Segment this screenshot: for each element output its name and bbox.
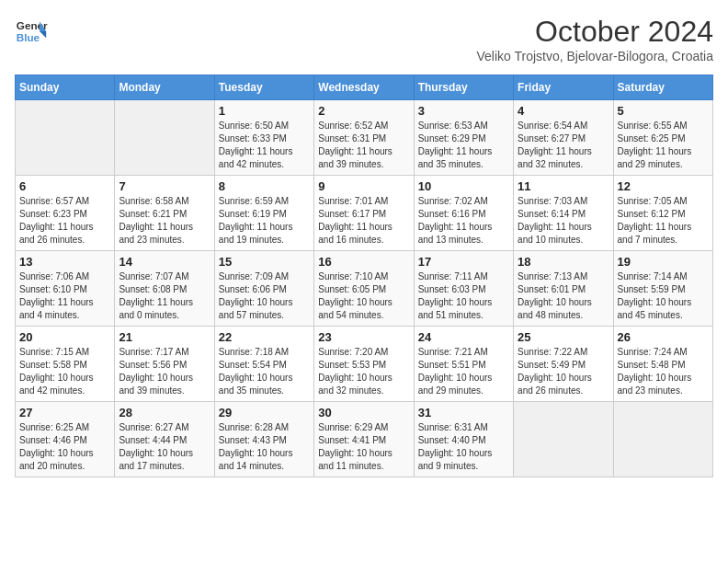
weekday-header-friday: Friday: [514, 75, 613, 100]
calendar-cell: 31Sunrise: 6:31 AMSunset: 4:40 PMDayligh…: [414, 402, 513, 477]
day-detail: Sunrise: 6:28 AMSunset: 4:43 PMDaylight:…: [219, 421, 310, 473]
weekday-header-sunday: Sunday: [16, 75, 115, 100]
day-detail: Sunrise: 7:21 AMSunset: 5:51 PMDaylight:…: [418, 346, 509, 397]
calendar-cell: 16Sunrise: 7:10 AMSunset: 6:05 PMDayligh…: [314, 251, 414, 327]
day-number: 16: [318, 255, 409, 269]
calendar-cell: 21Sunrise: 7:17 AMSunset: 5:56 PMDayligh…: [115, 327, 214, 402]
day-detail: Sunrise: 7:13 AMSunset: 6:01 PMDaylight:…: [518, 270, 609, 322]
calendar-cell: 15Sunrise: 7:09 AMSunset: 6:06 PMDayligh…: [214, 251, 313, 327]
day-detail: Sunrise: 6:50 AMSunset: 6:33 PMDaylight:…: [219, 120, 310, 171]
calendar-cell: 13Sunrise: 7:06 AMSunset: 6:10 PMDayligh…: [16, 251, 115, 327]
calendar-cell: 22Sunrise: 7:18 AMSunset: 5:54 PMDayligh…: [214, 327, 313, 402]
calendar-cell: 8Sunrise: 6:59 AMSunset: 6:19 PMDaylight…: [214, 176, 313, 251]
day-number: 26: [618, 330, 709, 344]
day-detail: Sunrise: 6:53 AMSunset: 6:29 PMDaylight:…: [418, 120, 509, 171]
day-number: 30: [318, 406, 409, 419]
calendar-week-4: 20Sunrise: 7:15 AMSunset: 5:58 PMDayligh…: [16, 327, 713, 402]
weekday-header-thursday: Thursday: [414, 75, 513, 100]
weekday-header-saturday: Saturday: [613, 75, 712, 100]
day-number: 29: [219, 406, 310, 419]
day-number: 31: [418, 406, 509, 419]
day-number: 24: [418, 330, 509, 344]
calendar-cell: [16, 100, 115, 176]
weekday-header-row: SundayMondayTuesdayWednesdayThursdayFrid…: [16, 75, 713, 100]
calendar-cell: 23Sunrise: 7:20 AMSunset: 5:53 PMDayligh…: [314, 327, 414, 402]
calendar-cell: 20Sunrise: 7:15 AMSunset: 5:58 PMDayligh…: [16, 327, 115, 402]
calendar-cell: 9Sunrise: 7:01 AMSunset: 6:17 PMDaylight…: [314, 176, 414, 251]
day-detail: Sunrise: 7:03 AMSunset: 6:14 PMDaylight:…: [518, 195, 609, 247]
day-number: 5: [618, 104, 709, 118]
day-number: 28: [119, 406, 210, 419]
calendar-cell: 3Sunrise: 6:53 AMSunset: 6:29 PMDaylight…: [414, 100, 513, 176]
day-detail: Sunrise: 7:02 AMSunset: 6:16 PMDaylight:…: [418, 195, 509, 247]
day-number: 21: [119, 330, 210, 344]
weekday-header-wednesday: Wednesday: [314, 75, 414, 100]
calendar-cell: 4Sunrise: 6:54 AMSunset: 6:27 PMDaylight…: [514, 100, 613, 176]
subtitle: Veliko Trojstvo, Bjelovar-Bilogora, Croa…: [476, 49, 713, 63]
day-number: 20: [19, 330, 110, 344]
calendar-cell: 1Sunrise: 6:50 AMSunset: 6:33 PMDaylight…: [214, 100, 313, 176]
day-number: 14: [119, 255, 210, 269]
day-detail: Sunrise: 6:52 AMSunset: 6:31 PMDaylight:…: [318, 120, 409, 171]
calendar-header: SundayMondayTuesdayWednesdayThursdayFrid…: [16, 75, 713, 100]
calendar-cell: 24Sunrise: 7:21 AMSunset: 5:51 PMDayligh…: [414, 327, 513, 402]
calendar-cell: 17Sunrise: 7:11 AMSunset: 6:03 PMDayligh…: [414, 251, 513, 327]
day-detail: Sunrise: 7:10 AMSunset: 6:05 PMDaylight:…: [318, 270, 409, 322]
calendar-table: SundayMondayTuesdayWednesdayThursdayFrid…: [15, 75, 713, 477]
page-header: General Blue October 2024 Veliko Trojstv…: [15, 15, 713, 63]
day-number: 18: [518, 255, 609, 269]
day-detail: Sunrise: 6:31 AMSunset: 4:40 PMDaylight:…: [418, 421, 509, 473]
day-number: 15: [219, 255, 310, 269]
calendar-cell: 30Sunrise: 6:29 AMSunset: 4:41 PMDayligh…: [314, 402, 414, 477]
calendar-cell: 18Sunrise: 7:13 AMSunset: 6:01 PMDayligh…: [514, 251, 613, 327]
calendar-cell: 26Sunrise: 7:24 AMSunset: 5:48 PMDayligh…: [613, 327, 712, 402]
day-number: 2: [318, 104, 409, 118]
calendar-cell: 7Sunrise: 6:58 AMSunset: 6:21 PMDaylight…: [115, 176, 214, 251]
day-number: 22: [219, 330, 310, 344]
day-number: 19: [618, 255, 709, 269]
calendar-week-3: 13Sunrise: 7:06 AMSunset: 6:10 PMDayligh…: [16, 251, 713, 327]
weekday-header-tuesday: Tuesday: [214, 75, 313, 100]
day-detail: Sunrise: 7:11 AMSunset: 6:03 PMDaylight:…: [418, 270, 509, 322]
day-detail: Sunrise: 7:14 AMSunset: 5:59 PMDaylight:…: [618, 270, 709, 322]
calendar-week-1: 1Sunrise: 6:50 AMSunset: 6:33 PMDaylight…: [16, 100, 713, 176]
day-number: 8: [219, 179, 310, 193]
calendar-cell: 19Sunrise: 7:14 AMSunset: 5:59 PMDayligh…: [613, 251, 712, 327]
calendar-cell: 10Sunrise: 7:02 AMSunset: 6:16 PMDayligh…: [414, 176, 513, 251]
day-detail: Sunrise: 7:06 AMSunset: 6:10 PMDaylight:…: [19, 270, 110, 322]
day-detail: Sunrise: 7:07 AMSunset: 6:08 PMDaylight:…: [119, 270, 210, 322]
calendar-cell: 12Sunrise: 7:05 AMSunset: 6:12 PMDayligh…: [613, 176, 712, 251]
calendar-cell: 27Sunrise: 6:25 AMSunset: 4:46 PMDayligh…: [16, 402, 115, 477]
main-title: October 2024: [476, 15, 713, 49]
day-detail: Sunrise: 6:58 AMSunset: 6:21 PMDaylight:…: [119, 195, 210, 247]
day-detail: Sunrise: 6:54 AMSunset: 6:27 PMDaylight:…: [518, 120, 609, 171]
logo: General Blue: [15, 15, 48, 48]
svg-text:Blue: Blue: [17, 31, 40, 43]
calendar-cell: 14Sunrise: 7:07 AMSunset: 6:08 PMDayligh…: [115, 251, 214, 327]
day-number: 17: [418, 255, 509, 269]
day-number: 23: [318, 330, 409, 344]
calendar-body: 1Sunrise: 6:50 AMSunset: 6:33 PMDaylight…: [16, 100, 713, 477]
day-number: 9: [318, 179, 409, 193]
calendar-cell: 5Sunrise: 6:55 AMSunset: 6:25 PMDaylight…: [613, 100, 712, 176]
weekday-header-monday: Monday: [115, 75, 214, 100]
day-detail: Sunrise: 7:17 AMSunset: 5:56 PMDaylight:…: [119, 346, 210, 397]
day-number: 4: [518, 104, 609, 118]
day-number: 12: [618, 179, 709, 193]
day-number: 3: [418, 104, 509, 118]
day-number: 6: [19, 179, 110, 193]
day-detail: Sunrise: 7:05 AMSunset: 6:12 PMDaylight:…: [618, 195, 709, 247]
day-detail: Sunrise: 6:27 AMSunset: 4:44 PMDaylight:…: [119, 421, 210, 473]
calendar-cell: [115, 100, 214, 176]
day-detail: Sunrise: 6:25 AMSunset: 4:46 PMDaylight:…: [19, 421, 110, 473]
calendar-cell: [514, 402, 613, 477]
calendar-cell: 2Sunrise: 6:52 AMSunset: 6:31 PMDaylight…: [314, 100, 414, 176]
day-detail: Sunrise: 6:29 AMSunset: 4:41 PMDaylight:…: [318, 421, 409, 473]
title-block: October 2024 Veliko Trojstvo, Bjelovar-B…: [476, 15, 713, 63]
day-detail: Sunrise: 7:20 AMSunset: 5:53 PMDaylight:…: [318, 346, 409, 397]
day-number: 7: [119, 179, 210, 193]
logo-icon: General Blue: [15, 15, 48, 48]
svg-marker-3: [40, 31, 46, 38]
day-number: 25: [518, 330, 609, 344]
day-number: 10: [418, 179, 509, 193]
